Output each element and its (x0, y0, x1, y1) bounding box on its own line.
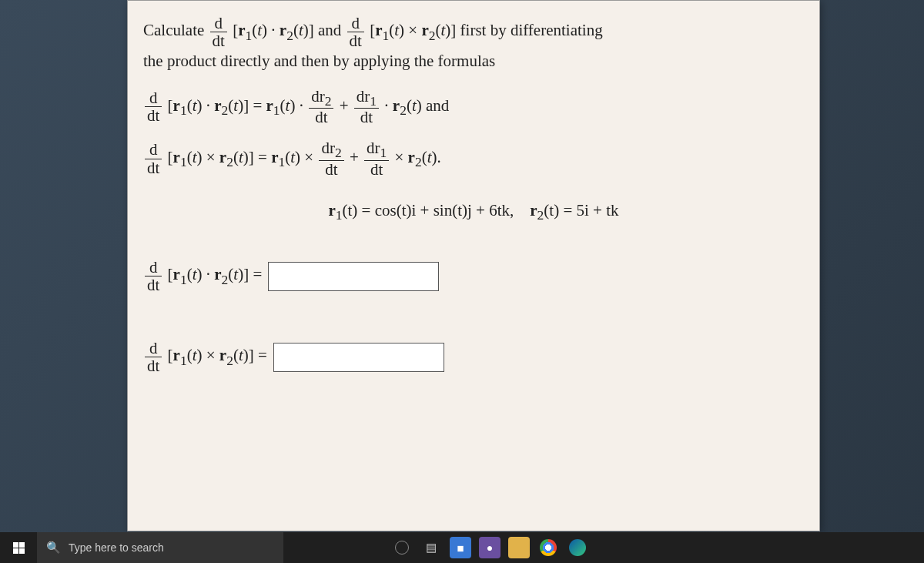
text: the product directly and then by applyin… (143, 52, 495, 70)
problem-card: Calculate d dt [r1(t) · r2(t)] and d dt … (127, 0, 820, 531)
numerator: d (347, 15, 364, 32)
fraction-dr1dt: dr1 dt (364, 139, 389, 178)
denominator: dt (347, 32, 364, 49)
fraction-ddt: d dt (210, 15, 227, 49)
answer-dot-row: d dt [r1(t) · r2(t)] = (143, 259, 804, 293)
answer-dot-label: d dt [r1(t) · r2(t)] = (143, 259, 262, 293)
formula-cross: d dt [r1(t) × r2(t)] = r1(t) × dr2 dt + … (143, 139, 804, 178)
answer-cross-input[interactable] (273, 343, 444, 372)
start-button[interactable] (0, 532, 37, 563)
text: first by differentiating (460, 21, 603, 39)
desktop-screen: Calculate d dt [r1(t) · r2(t)] and d dt … (0, 0, 924, 563)
numerator: d (210, 15, 227, 32)
cortana-icon[interactable] (391, 537, 413, 558)
edge-icon[interactable] (567, 537, 588, 558)
fraction-dr1dt: dr1 dt (354, 88, 379, 126)
fraction-ddt: d dt (145, 89, 162, 124)
problem-statement: Calculate d dt [r1(t) · r2(t)] and d dt … (143, 15, 804, 74)
taskbar-search[interactable]: 🔍 Type here to search (37, 532, 283, 563)
answer-cross-label: d dt [r1(t) × r2(t)] = (143, 340, 267, 374)
file-explorer-icon[interactable] (508, 537, 530, 558)
formula-dot: d dt [r1(t) · r2(t)] = r1(t) · dr2 dt + … (143, 88, 804, 126)
app-icon[interactable]: ■ (450, 537, 471, 558)
windows-icon (13, 542, 25, 554)
answer-dot-input[interactable] (268, 262, 439, 291)
fraction-ddt: d dt (347, 15, 364, 49)
task-view-icon[interactable]: ▤ (420, 537, 442, 558)
fraction-dr2dt: dr2 dt (309, 88, 333, 126)
fraction-ddt: d dt (145, 141, 162, 176)
taskbar-tray: ▤ ■ ● (391, 537, 588, 558)
taskbar: 🔍 Type here to search ▤ ■ ● (0, 532, 924, 563)
search-icon: 🔍 (46, 541, 61, 555)
text: Calculate (143, 21, 209, 39)
denominator: dt (210, 32, 227, 49)
app-icon[interactable]: ● (479, 537, 500, 558)
search-placeholder: Type here to search (69, 541, 164, 554)
given-vectors: r1(t) = cos(t)i + sin(t)j + 6tk, r2(t) =… (143, 201, 804, 223)
text: and (318, 21, 346, 39)
answer-cross-row: d dt [r1(t) × r2(t)] = (143, 340, 804, 374)
fraction-dr2dt: dr2 dt (319, 139, 343, 178)
chrome-icon[interactable] (537, 537, 559, 558)
